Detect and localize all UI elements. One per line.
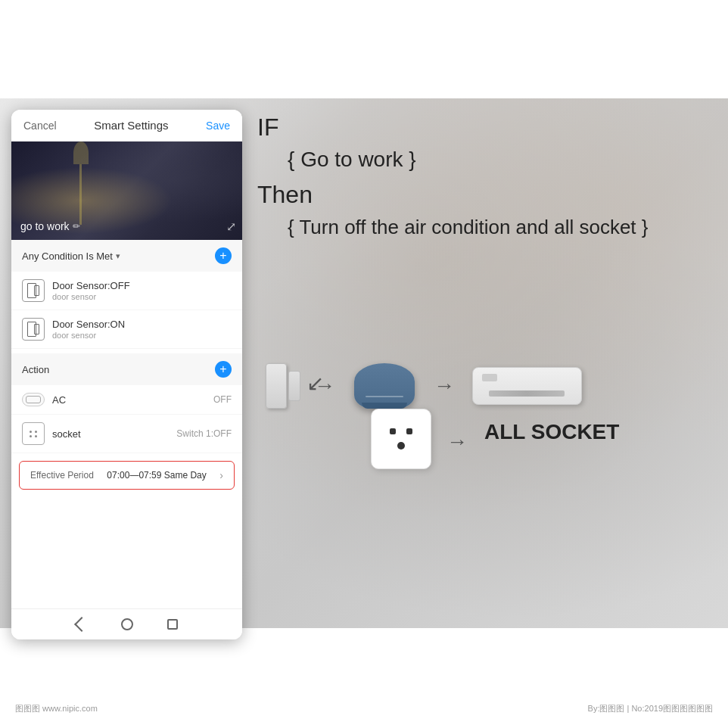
watermark-left: 图图图 www.nipic.com [15, 703, 98, 714]
socket-icon [22, 422, 45, 445]
condition-title: Any Condition Is Met ▾ [22, 250, 120, 262]
ac-icon [22, 393, 45, 406]
arrow-down-left-icon: ↙ [306, 371, 324, 396]
cancel-button[interactable]: Cancel [23, 120, 57, 132]
action-section-header: Action + [11, 353, 242, 385]
phone-mockup: Cancel Smart Settings Save go to work ✏ … [11, 110, 242, 639]
condition-section-header: Any Condition Is Met ▾ + [11, 240, 242, 272]
arrow-right-icon: → [434, 374, 455, 398]
door-sensor-icon [22, 318, 45, 341]
turn-off-text: { Turn off the air condition and all soc… [288, 215, 705, 241]
condition-text: Door Sensor:ON door sensor [52, 319, 232, 340]
condition-item[interactable]: Door Sensor:ON door sensor [11, 310, 242, 349]
chevron-down-icon: ▾ [116, 251, 120, 261]
page-title: Smart Settings [94, 119, 168, 132]
all-socket-arrow-icon: → [446, 430, 468, 454]
then-label: Then [257, 181, 705, 209]
scene-image: go to work ✏ ⤢ [11, 142, 242, 240]
action-title: Action [22, 364, 49, 375]
save-button[interactable]: Save [206, 120, 230, 132]
condition-text: Door Sensor:OFF door sensor [52, 280, 232, 301]
expand-icon[interactable]: ⤢ [226, 219, 236, 234]
go-to-work-text: { Go to work } [288, 148, 705, 172]
robot-vacuum-device [347, 356, 422, 416]
phone-header: Cancel Smart Settings Save [11, 110, 242, 142]
all-socket-label: ALL SOCKET [484, 420, 619, 444]
watermark-right: By:图图图 | No:2019图图图图图图 [588, 703, 713, 714]
period-chevron-icon: › [219, 469, 223, 481]
phone-navigation [11, 608, 242, 639]
add-action-button[interactable]: + [215, 361, 232, 378]
condition-item[interactable]: Door Sensor:OFF door sensor [11, 272, 242, 310]
scene-label: go to work ✏ [20, 220, 80, 232]
socket-device [371, 409, 431, 469]
back-nav-button[interactable] [74, 617, 89, 632]
action-item-ac[interactable]: AC OFF [11, 385, 242, 415]
if-label: IF [257, 114, 705, 142]
air-conditioner-device [466, 356, 587, 416]
door-sensor-device [250, 348, 303, 424]
edit-icon[interactable]: ✏ [73, 221, 80, 232]
door-sensor-icon [22, 279, 45, 302]
effective-period[interactable]: Effective Period 07:00—07:59 Same Day › [19, 461, 235, 490]
recents-nav-button[interactable] [165, 617, 180, 632]
right-content-panel: IF { Go to work } Then { Turn off the ai… [257, 114, 705, 241]
home-nav-button[interactable] [120, 617, 135, 632]
action-item-socket[interactable]: socket Switch 1:OFF [11, 415, 242, 453]
add-condition-button[interactable]: + [215, 247, 232, 264]
